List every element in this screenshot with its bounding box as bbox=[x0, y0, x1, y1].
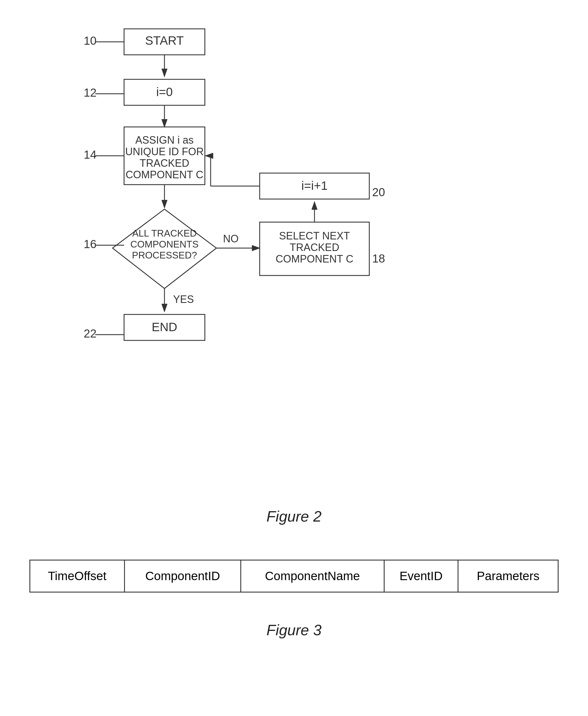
label-20: 20 bbox=[372, 186, 385, 198]
col-parameters: Parameters bbox=[458, 560, 558, 592]
label-14: 14 bbox=[84, 148, 97, 161]
table-header-row: TimeOffset ComponentID ComponentName Eve… bbox=[30, 560, 558, 592]
assign-text-4: COMPONENT C bbox=[126, 169, 203, 181]
end-text: END bbox=[152, 320, 177, 334]
assign-text-1: ASSIGN i as bbox=[135, 134, 194, 146]
no-label: NO bbox=[223, 233, 238, 245]
assign-text-3: TRACKED bbox=[140, 157, 189, 169]
label-16: 16 bbox=[84, 238, 97, 250]
init-text: i=0 bbox=[156, 85, 172, 99]
increment-text: i=i+1 bbox=[301, 179, 328, 192]
label-22: 22 bbox=[84, 327, 97, 340]
select-text-3: COMPONENT C bbox=[275, 253, 353, 265]
select-text-2: TRACKED bbox=[290, 241, 339, 253]
col-componentname: ComponentName bbox=[241, 560, 384, 592]
start-text: START bbox=[145, 34, 184, 47]
figure3-caption: Figure 3 bbox=[267, 622, 322, 639]
decision-text-1: ALL TRACKED bbox=[132, 228, 197, 238]
col-timeoffset: TimeOffset bbox=[30, 560, 124, 592]
label-10: 10 bbox=[84, 34, 97, 47]
label-12: 12 bbox=[84, 86, 97, 99]
decision-text-3: PROCESSED? bbox=[132, 250, 197, 260]
decision-text-2: COMPONENTS bbox=[130, 239, 199, 250]
col-eventid: EventID bbox=[384, 560, 458, 592]
figure2-caption: Figure 2 bbox=[267, 508, 322, 525]
select-text-1: SELECT NEXT bbox=[279, 230, 350, 242]
page: 10 START 12 i=0 14 ASSIGN i as UNIQUE ID… bbox=[0, 0, 588, 716]
table-section: TimeOffset ComponentID ComponentName Eve… bbox=[29, 560, 559, 592]
yes-label: YES bbox=[173, 293, 194, 305]
label-18: 18 bbox=[372, 252, 385, 265]
flowchart-section: 10 START 12 i=0 14 ASSIGN i as UNIQUE ID… bbox=[0, 12, 588, 502]
assign-text-2: UNIQUE ID FOR bbox=[125, 146, 204, 157]
figure3-table: TimeOffset ComponentID ComponentName Eve… bbox=[29, 560, 559, 592]
col-componentid: ComponentID bbox=[125, 560, 241, 592]
